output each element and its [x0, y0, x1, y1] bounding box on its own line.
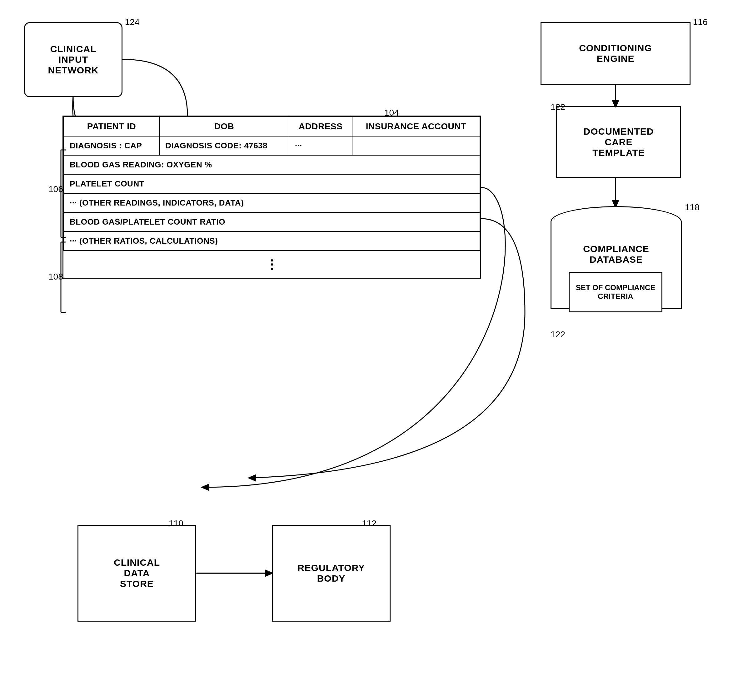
table-header-row: PATIENT ID DOB ADDRESS INSURANCE ACCOUNT: [64, 117, 480, 136]
col-insurance: INSURANCE ACCOUNT: [352, 117, 480, 136]
table-row: ··· (OTHER RATIOS, CALCULATIONS): [64, 231, 480, 250]
table-row: PLATELET COUNT: [64, 174, 480, 193]
dct-label: DOCUMENTEDCARETEMPLATE: [584, 126, 654, 158]
ref-116: 116: [693, 17, 708, 27]
blood-gas-ratio: BLOOD GAS/PLATELET COUNT RATIO: [64, 212, 480, 231]
col-dob: DOB: [159, 117, 289, 136]
vertical-dots: ⋮: [64, 250, 480, 278]
conditioning-engine-box: CONDITIONINGENGINE: [540, 22, 691, 84]
table-row-dots: ⋮: [64, 250, 480, 278]
diagnosis-cap: DIAGNOSIS : CAP: [64, 136, 159, 155]
other-readings: ··· (OTHER READINGS, INDICATORS, DATA): [64, 193, 480, 212]
ref-122-dct: 122: [551, 102, 565, 112]
other-ratios: ··· (OTHER RATIOS, CALCULATIONS): [64, 231, 480, 250]
rb-label: REGULATORYBODY: [297, 562, 365, 584]
diagram-container: CLINICALINPUTNETWORK 124 CONDITIONINGENG…: [0, 0, 743, 700]
ref-118: 118: [685, 203, 700, 212]
bracket-108-label: 108: [49, 272, 63, 282]
svg-marker-7: [201, 484, 209, 491]
compliance-db-label: COMPLIANCEDATABASE: [552, 244, 681, 265]
cin-label: CLINICALINPUTNETWORK: [48, 44, 99, 75]
clinical-data-store-box: CLINICALDATASTORE: [77, 525, 196, 622]
compliance-criteria-box: SET OF COMPLIANCECRITERIA: [569, 272, 662, 312]
ref-110: 110: [169, 518, 184, 528]
col-patient-id: PATIENT ID: [64, 117, 159, 136]
platelet-count: PLATELET COUNT: [64, 174, 480, 193]
regulatory-body-box: REGULATORYBODY: [272, 525, 391, 622]
documented-care-template-box: DOCUMENTEDCARETEMPLATE: [556, 106, 681, 178]
ref-112: 112: [362, 518, 376, 528]
ref-122-bottom: 122: [551, 330, 565, 340]
ce-label: CONDITIONINGENGINE: [579, 43, 652, 64]
table-row: BLOOD GAS READING: OXYGEN %: [64, 155, 480, 174]
blood-gas-reading: BLOOD GAS READING: OXYGEN %: [64, 155, 480, 174]
bracket-106-label: 106: [49, 184, 63, 194]
clinical-input-network-box: CLINICALINPUTNETWORK: [24, 22, 123, 97]
table-row: ··· (OTHER READINGS, INDICATORS, DATA): [64, 193, 480, 212]
col-address: ADDRESS: [289, 117, 352, 136]
ref-124: 124: [125, 17, 140, 27]
cds-label: CLINICALDATASTORE: [114, 557, 160, 589]
empty-cell-1: [352, 136, 480, 155]
table-row: DIAGNOSIS : CAP DIAGNOSIS CODE: 47638 ··…: [64, 136, 480, 155]
patient-record-table: PATIENT ID DOB ADDRESS INSURANCE ACCOUNT…: [62, 115, 481, 279]
svg-marker-4: [247, 474, 256, 482]
diagnosis-code: DIAGNOSIS CODE: 47638: [159, 136, 289, 155]
table-row: BLOOD GAS/PLATELET COUNT RATIO: [64, 212, 480, 231]
ellipsis-cell: ···: [289, 136, 352, 155]
ref-104: 104: [384, 108, 399, 118]
compliance-criteria-label: SET OF COMPLIANCECRITERIA: [576, 283, 656, 301]
